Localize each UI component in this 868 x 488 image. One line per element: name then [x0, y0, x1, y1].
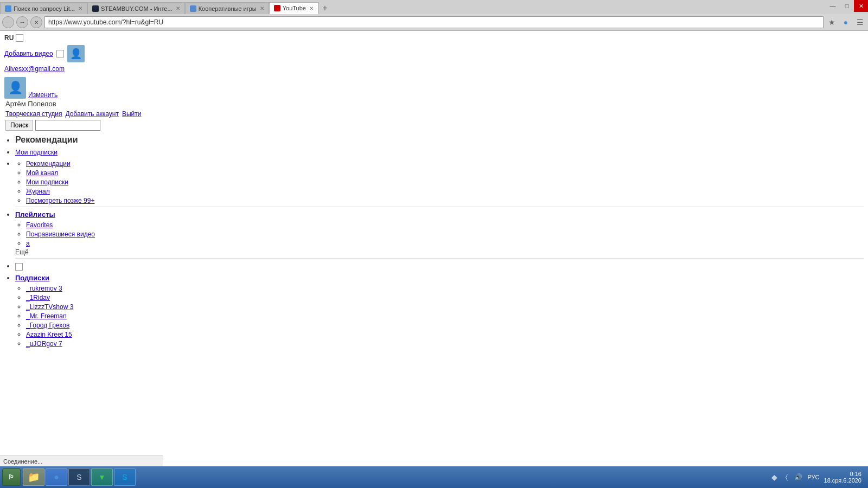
- locale-bar: RU: [4, 33, 864, 43]
- nav-sub-item-2: Мои подписки: [26, 178, 864, 186]
- taskbar-app-torrent[interactable]: ▼: [91, 468, 113, 486]
- nav-playlists-item: Плейлисты Favorites Понравившиеся видео …: [15, 210, 864, 259]
- tab-close-3[interactable]: ✕: [260, 5, 264, 11]
- taskbar-app-chrome[interactable]: ●: [46, 468, 67, 486]
- more-label: Ещё: [15, 248, 864, 256]
- minimize-button[interactable]: —: [826, 0, 840, 12]
- tab-bar: Поиск по запросу Lit... ✕ STEAMBUY.COM -…: [0, 0, 868, 14]
- volume-icon[interactable]: 🔊: [794, 472, 803, 482]
- user-icon: 👤: [70, 48, 82, 60]
- star-button[interactable]: ★: [826, 16, 838, 28]
- nav-sub-2: _LizzzTVshow 3: [26, 303, 864, 311]
- studio-link[interactable]: Творческая студия: [5, 110, 62, 118]
- new-tab-button[interactable]: +: [318, 2, 331, 14]
- steam-tray-icon[interactable]: ◆: [770, 472, 780, 482]
- nav-checkbox[interactable]: [15, 263, 23, 271]
- nav-playlists-link[interactable]: Плейлисты: [15, 210, 55, 219]
- tab-label-1: Поиск по запросу Lit...: [14, 5, 75, 12]
- locale-checkbox[interactable]: [16, 34, 23, 42]
- nav-sub-6: _uJORgov 7: [26, 339, 864, 348]
- nav-my-subscriptions-link[interactable]: Мои подписки: [15, 149, 58, 156]
- avatar-icon-large: 👤: [8, 81, 23, 95]
- tab-3[interactable]: Кооперативные игры ✕: [185, 2, 269, 14]
- nav-sub-section: Рекомендации Мой канал Мои подписки Журн…: [15, 159, 864, 207]
- taskbar-system-icons: ◆ 〈 🔊: [770, 472, 803, 482]
- tab-close-1[interactable]: ✕: [78, 5, 82, 11]
- logout-link[interactable]: Выйти: [122, 110, 142, 118]
- taskbar-apps: 📁 ● S ▼ S: [23, 468, 136, 486]
- taskbar-app-steam[interactable]: S: [68, 468, 90, 486]
- nav-checkbox-item: [15, 262, 864, 271]
- start-button[interactable]: 🏳: [2, 468, 21, 486]
- search-row: Поиск: [5, 120, 864, 131]
- back-button[interactable]: ←: [2, 16, 14, 28]
- tab-close-2[interactable]: ✕: [176, 5, 180, 11]
- forward-button[interactable]: →: [16, 16, 28, 28]
- tab-label-3: Кооперативные игры: [199, 5, 257, 12]
- explorer-icon: 📁: [28, 471, 40, 483]
- nav-subscriptions-list: _rukremov 3 _1Ridav _LizzzTVshow 3 _Mr. …: [15, 284, 864, 348]
- menu-button[interactable]: ☰: [854, 16, 866, 28]
- taskbar-right: ◆ 〈 🔊 РУС 0:16 18.сря.6.2020: [770, 471, 866, 484]
- nav-sub-item-0: Рекомендации: [26, 159, 864, 168]
- search-input[interactable]: [35, 120, 100, 131]
- user-section-top: Добавить видео 👤: [4, 45, 864, 62]
- nav-subscriptions-link[interactable]: Подписки: [15, 274, 49, 282]
- nav-sub-item-3: Журнал: [26, 187, 864, 195]
- chrome-icon[interactable]: ●: [840, 16, 852, 28]
- maximize-button[interactable]: □: [840, 0, 854, 12]
- taskbar-time[interactable]: 0:16 18.сря.6.2020: [824, 471, 861, 484]
- nav-subscriptions-item: Подписки _rukremov 3 _1Ridav _LizzzTVsho…: [15, 274, 864, 348]
- steam-icon: S: [76, 473, 81, 481]
- add-video-link[interactable]: Добавить видео: [4, 50, 53, 57]
- nav-sub-1: _1Ridav: [26, 293, 864, 301]
- user-avatar-large[interactable]: 👤: [4, 77, 26, 99]
- upload-checkbox[interactable]: [56, 50, 64, 57]
- chrome-taskbar-icon: ●: [54, 472, 59, 482]
- section-divider-2: [15, 258, 864, 259]
- add-account-link[interactable]: Добавить аккаунт: [66, 110, 119, 118]
- close-button[interactable]: ✕: [854, 0, 868, 12]
- nav-sub-list: Рекомендации Мой канал Мои подписки Журн…: [15, 159, 864, 204]
- tab-2[interactable]: STEAMBUY.COM - Инте... ✕: [87, 2, 185, 14]
- tab-close-4[interactable]: ✕: [309, 5, 314, 11]
- taskbar: 🏳 📁 ● S ▼ S ◆ 〈 🔊 РУС 0:16 18.: [0, 466, 868, 488]
- reload-button[interactable]: ✕: [30, 16, 42, 28]
- status-bar: Соединение...: [0, 455, 163, 466]
- date-display: 18.сря.6.2020: [824, 477, 861, 484]
- time-display: 0:16: [824, 471, 861, 477]
- nav-my-subscriptions-item: Мои подписки: [15, 148, 864, 156]
- browser-chrome: — □ ✕ Поиск по запросу Lit... ✕ STEAMBUY…: [0, 0, 868, 31]
- taskbar-app-skype[interactable]: S: [114, 468, 136, 486]
- tab-1[interactable]: Поиск по запросу Lit... ✕: [0, 2, 87, 14]
- nav-playlist-1: Понравившиеся видео: [26, 230, 864, 238]
- network-icon[interactable]: 〈: [782, 472, 792, 482]
- nav-sub-4: _Город Грехов: [26, 321, 864, 329]
- nav-playlist-0: Favorites: [26, 221, 864, 229]
- window-controls: — □ ✕: [826, 0, 868, 14]
- address-bar[interactable]: [44, 16, 824, 28]
- nav-sub-3: _Mr. Freeman: [26, 312, 864, 320]
- change-link[interactable]: Изменить: [28, 91, 58, 99]
- tab-favicon-4: [274, 5, 280, 11]
- user-email[interactable]: Ailvesxx@gmail.com: [4, 65, 65, 73]
- skype-icon: S: [122, 473, 127, 481]
- tab-favicon-3: [190, 5, 196, 12]
- page-content: RU Добавить видео 👤 Ailvesxx@gmail.com 👤…: [0, 31, 868, 467]
- section-divider-1: [15, 207, 864, 207]
- torrent-icon: ▼: [98, 473, 106, 481]
- nav-playlist-2: а: [26, 239, 864, 247]
- nav-recommendations-label: Рекомендации: [15, 135, 78, 144]
- avatar-button[interactable]: 👤: [67, 45, 85, 62]
- locale-text: RU: [4, 34, 14, 42]
- tab-favicon-2: [92, 5, 99, 12]
- status-text: Соединение...: [3, 458, 42, 465]
- tab-label-4: YouTube: [283, 5, 306, 11]
- taskbar-lang: РУС: [808, 474, 820, 480]
- taskbar-app-explorer[interactable]: 📁: [23, 468, 44, 486]
- user-name: Артём Попелов: [5, 100, 864, 108]
- start-icon: 🏳: [8, 473, 15, 481]
- search-button[interactable]: Поиск: [5, 120, 33, 131]
- tab-4[interactable]: YouTube ✕: [269, 2, 318, 14]
- nav-playlists-list: Favorites Понравившиеся видео а: [15, 221, 864, 247]
